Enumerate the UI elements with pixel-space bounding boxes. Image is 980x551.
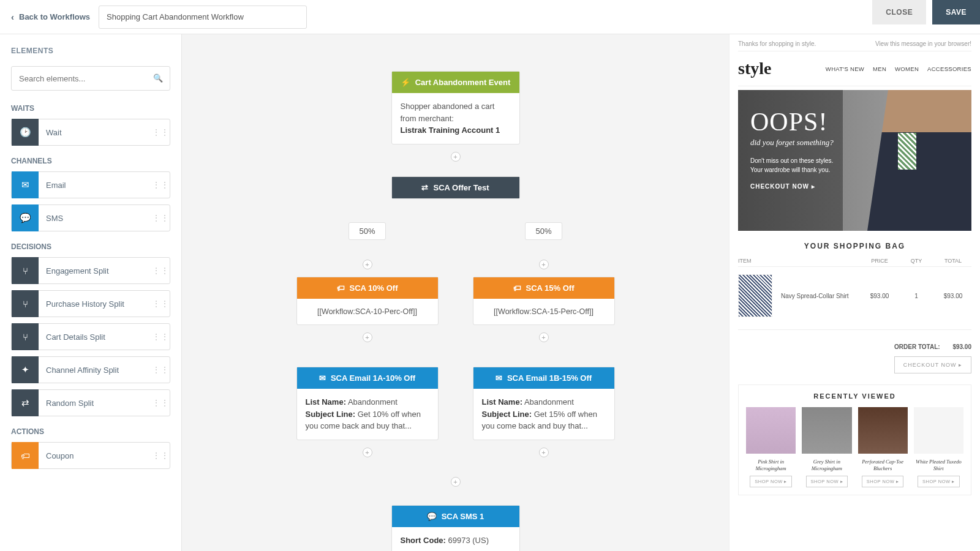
- sms-icon: 💬: [12, 204, 39, 231]
- drag-handle-icon: ⋮⋮: [151, 451, 170, 460]
- nav-whats-new[interactable]: WHAT'S NEW: [826, 66, 864, 72]
- shuffle-icon: ⇄: [12, 389, 39, 416]
- cart-row: Navy Spread-Collar Shirt $93.00 1 $93.00: [738, 267, 971, 324]
- recent-product[interactable]: Pink Shirt in Microgingham SHOP NOW ▸: [746, 407, 796, 487]
- branch-right: 50% + 🏷SCA 15% Off [[Workflow:SCA-15-Per…: [473, 222, 615, 465]
- add-node-button[interactable]: +: [363, 332, 372, 342]
- hero-headline: OOPS!: [750, 107, 834, 137]
- element-coupon[interactable]: 🏷 Coupon ⋮⋮: [11, 442, 170, 469]
- node-sca-email-1a[interactable]: ✉SCA Email 1A-10% Off List Name: Abandon…: [296, 367, 439, 440]
- preview-topbar-left: Thanks for shopping in style.: [738, 40, 816, 47]
- checkout-now-button[interactable]: CHECKOUT NOW ▸: [894, 356, 971, 373]
- nav-men[interactable]: MEN: [873, 66, 886, 72]
- element-purchase-split[interactable]: ⑂ Purchase History Split ⋮⋮: [11, 290, 170, 317]
- shop-now-button[interactable]: SHOP NOW ▸: [918, 476, 960, 487]
- app-header: ‹ Back to Workflows CLOSE SAVE: [0, 0, 980, 34]
- node-sca-10-off[interactable]: 🏷SCA 10% Off [[Workflow:SCA-10-Perc-Off]…: [296, 277, 439, 326]
- element-sms[interactable]: 💬 SMS ⋮⋮: [11, 204, 170, 231]
- nav-accessories[interactable]: ACCESSORIES: [927, 66, 971, 72]
- add-node-button[interactable]: +: [363, 260, 372, 269]
- element-affinity-split[interactable]: ✦ Channel Affinity Split ⋮⋮: [11, 356, 170, 383]
- bag-title: YOUR SHOPPING BAG: [738, 231, 971, 258]
- product-thumbnail: [738, 274, 772, 317]
- split-percentage-right: 50%: [525, 222, 562, 240]
- preview-view-browser-link[interactable]: View this message in your browser!: [875, 40, 971, 47]
- order-total-label: ORDER TOTAL:: [894, 343, 940, 350]
- product-image: [802, 407, 851, 454]
- drag-handle-icon: ⋮⋮: [151, 365, 170, 375]
- recent-product[interactable]: White Pleated Tuxedo Shirt SHOP NOW ▸: [914, 407, 963, 487]
- element-engagement-split[interactable]: ⑂ Engagement Split ⋮⋮: [11, 257, 170, 284]
- branch-icon: ⑂: [12, 323, 39, 350]
- node-sca-email-1b[interactable]: ✉SCA Email 1B-15% Off List Name: Abandon…: [473, 367, 615, 440]
- nav-women[interactable]: WOMEN: [895, 66, 919, 72]
- search-elements-input[interactable]: [11, 66, 170, 91]
- drag-handle-icon: ⋮⋮: [151, 332, 170, 342]
- product-image: [914, 407, 963, 454]
- element-random-split[interactable]: ⇄ Random Split ⋮⋮: [11, 389, 170, 416]
- add-node-button[interactable]: +: [451, 152, 461, 162]
- split-percentage-left: 50%: [349, 222, 385, 240]
- add-node-button[interactable]: +: [451, 477, 461, 487]
- tag-icon: 🏷: [12, 442, 39, 469]
- element-wait[interactable]: 🕑 Wait ⋮⋮: [11, 119, 170, 146]
- shuffle-icon: ⇄: [421, 183, 428, 192]
- product-image: [858, 407, 908, 454]
- email-icon: ✉: [12, 171, 39, 198]
- shop-now-button[interactable]: SHOP NOW ▸: [862, 476, 904, 487]
- group-waits: WAITS: [11, 104, 170, 113]
- recently-viewed-title: RECENTLY VIEWED: [746, 392, 963, 400]
- element-email[interactable]: ✉ Email ⋮⋮: [11, 171, 170, 198]
- drag-handle-icon: ⋮⋮: [151, 180, 170, 190]
- branch-icon: ⑂: [12, 257, 39, 284]
- node-sca-offer-test[interactable]: ⇄SCA Offer Test: [391, 176, 520, 199]
- add-node-button[interactable]: +: [539, 448, 549, 457]
- add-node-button[interactable]: +: [539, 332, 549, 342]
- save-button[interactable]: SAVE: [932, 0, 980, 24]
- sms-icon: 💬: [427, 512, 437, 521]
- drag-handle-icon: ⋮⋮: [151, 127, 170, 137]
- hero-subhead: did you forget something?: [750, 138, 834, 148]
- wand-icon: ✦: [12, 356, 39, 383]
- group-channels: CHANNELS: [11, 157, 170, 165]
- tag-icon: 🏷: [337, 283, 345, 293]
- sidebar-title: ELEMENTS: [11, 47, 170, 55]
- email-preview-panel: Thanks for shopping in style. View this …: [729, 34, 980, 551]
- branch-icon: ⑂: [12, 290, 39, 317]
- email-icon: ✉: [496, 373, 502, 383]
- branch-left: 50% + 🏷SCA 10% Off [[Workflow:SCA-10-Per…: [296, 222, 439, 465]
- add-node-button[interactable]: +: [539, 260, 549, 269]
- chevron-left-icon: ‹: [11, 12, 14, 22]
- group-decisions: DECISIONS: [11, 242, 170, 251]
- add-node-button[interactable]: +: [363, 448, 372, 457]
- drag-handle-icon: ⋮⋮: [151, 213, 170, 223]
- shop-now-button[interactable]: SHOP NOW ▸: [806, 476, 848, 487]
- hero-banner: OOPS! did you forget something? Don't mi…: [738, 90, 971, 231]
- elements-sidebar: ELEMENTS 🔍 WAITS 🕑 Wait ⋮⋮ CHANNELS ✉ Em…: [0, 34, 182, 551]
- back-to-workflows-link[interactable]: ‹ Back to Workflows: [11, 12, 90, 22]
- shop-now-button[interactable]: SHOP NOW ▸: [750, 476, 792, 487]
- email-icon: ✉: [319, 373, 326, 383]
- back-label: Back to Workflows: [19, 12, 90, 21]
- element-cart-split[interactable]: ⑂ Cart Details Split ⋮⋮: [11, 323, 170, 350]
- drag-handle-icon: ⋮⋮: [151, 266, 170, 276]
- order-total-value: $93.00: [952, 343, 971, 350]
- workflow-canvas[interactable]: ⚡Cart Abandonment Event Shopper abandone…: [182, 34, 729, 551]
- recent-product[interactable]: Grey Shirt in Microgingham SHOP NOW ▸: [802, 407, 851, 487]
- workflow-title-input[interactable]: [99, 6, 307, 29]
- node-sca-sms-1[interactable]: 💬SCA SMS 1 Short Code: 69973 (US): [391, 505, 520, 551]
- node-sca-15-off[interactable]: 🏷SCA 15% Off [[Workflow:SCA-15-Perc-Off]…: [473, 277, 615, 326]
- drag-handle-icon: ⋮⋮: [151, 398, 170, 408]
- close-button[interactable]: CLOSE: [872, 0, 926, 24]
- clock-icon: 🕑: [12, 119, 39, 146]
- product-image: [746, 407, 796, 454]
- node-cart-abandonment-event[interactable]: ⚡Cart Abandonment Event Shopper abandone…: [391, 71, 520, 144]
- hero-checkout-cta[interactable]: CHECKOUT NOW ▸: [750, 183, 834, 190]
- bolt-icon: ⚡: [401, 78, 410, 87]
- tag-icon: 🏷: [513, 283, 521, 293]
- hero-model-image: [867, 90, 971, 231]
- drag-handle-icon: ⋮⋮: [151, 299, 170, 309]
- recent-product[interactable]: Perforated Cap-Toe Bluchers SHOP NOW ▸: [858, 407, 908, 487]
- group-actions: ACTIONS: [11, 427, 170, 436]
- brand-logo: style: [738, 59, 771, 78]
